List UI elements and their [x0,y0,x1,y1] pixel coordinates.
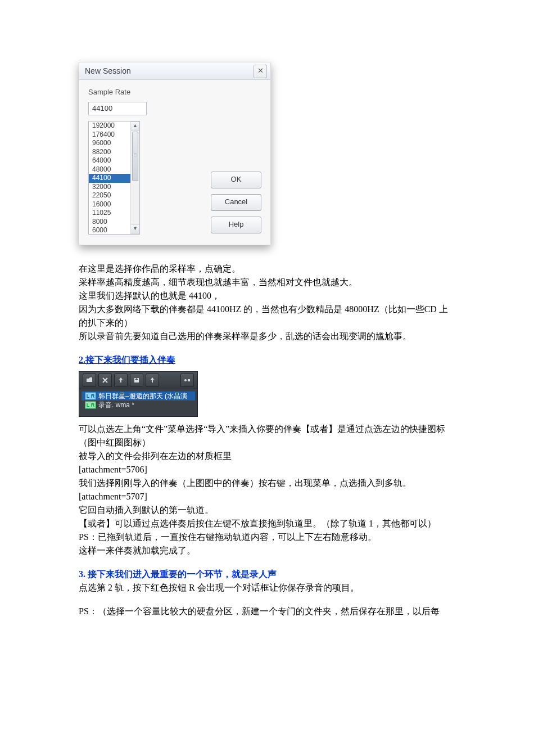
sample-rate-listbox[interactable]: 1920001764009600088200640004800044100320… [88,121,140,235]
multitrack-icon: L R [85,401,96,409]
attachment-ref: [attachment=5707] [79,490,455,503]
sample-rate-group: Sample Rate 44100 1920001764009600088200… [88,88,144,235]
body-text: PS：（选择一个容量比较大的硬盘分区，新建一个专门的文件夹，然后保存在那里，以后… [79,605,455,618]
body-text: 【或者】可以通过点选伴奏后按住左键不放直接拖到轨道里。（除了轨道 1，其他都可以… [79,517,455,530]
body-text: 因为大多数网络下载的伴奏都是 44100HZ 的，当然也有少数精品是 48000… [79,303,455,330]
panel-options-icon[interactable] [180,374,194,387]
cancel-button[interactable]: Cancel [211,194,261,211]
section-heading-3: 3. 接下来我们进入最重要的一个环节，就是录人声 [79,569,277,579]
file-name: 录音. wma * [98,400,134,410]
close-file-icon[interactable] [98,374,112,387]
insert-multitrack-icon[interactable] [114,374,128,387]
svg-point-1 [184,379,187,381]
files-panel: L R 韩日群星–邂逅的那天 (水晶演 L R 录音. wma * [79,371,198,417]
body-text: 点选第 2 轨，按下红色按钮 R 会出现一个对话框让你保存录音的项目。 [79,581,455,595]
dialog-titlebar[interactable]: New Session ✕ [79,62,270,80]
dialog-title: New Session [85,66,131,75]
files-toolbar [79,372,197,389]
body-text: 在这里是选择你作品的采样率，点确定。 [79,262,455,276]
sample-rate-label: Sample Rate [88,88,144,96]
scroll-down-icon[interactable]: ▼ [131,224,139,234]
edit-file-icon[interactable] [146,374,159,387]
scroll-up-icon[interactable]: ▲ [131,122,139,131]
attachment-ref: [attachment=5706] [79,463,455,476]
body-text: PS：已拖到轨道后，一直按住右键拖动轨道内容，可以上下左右随意移动。 [79,530,455,544]
body-text: 被导入的文件会排列在左边的材质框里 [79,449,455,463]
import-file-icon[interactable] [83,374,96,387]
insert-cd-icon[interactable] [130,374,143,387]
body-text: 所以录音前先要知道自己选用的伴奏采样率是多少，乱选的话会出现变调的尴尬事。 [79,330,455,343]
scrollbar-thumb[interactable] [132,132,138,181]
body-text: 这里我们选择默认的也就是 44100， [79,289,455,303]
ok-button[interactable]: OK [211,172,261,188]
body-text: 它回自动插入到默认的第一轨道。 [79,503,455,517]
body-text: 我们选择刚刚导入的伴奏（上图图中的伴奏）按右键，出现菜单，点选插入到多轨。 [79,476,455,490]
file-row[interactable]: L R 录音. wma * [82,400,195,410]
close-icon[interactable]: ✕ [254,65,267,78]
scrollbar[interactable]: ▲ ▼ [130,122,139,234]
file-name: 韩日群星–邂逅的那天 (水晶演 [98,392,187,400]
body-text: 这样一来伴奏就加载完成了。 [79,544,455,557]
help-button[interactable]: Help [211,217,261,233]
section-heading-2: 2.接下来我们要插入伴奏 [79,355,175,364]
sample-rate-input[interactable]: 44100 [88,102,147,115]
body-text: 采样率越高精度越高，细节表现也就越丰富，当然相对文件也就越大。 [79,276,455,289]
body-text: 可以点选左上角“文件”菜单选择“导入”来插入你要的伴奏【或者】是通过点选左边的快… [79,422,455,449]
new-session-dialog: New Session ✕ Sample Rate 44100 19200017… [79,62,271,245]
multitrack-icon: L R [85,392,96,400]
file-row-selected[interactable]: L R 韩日群星–邂逅的那天 (水晶演 [82,392,195,400]
